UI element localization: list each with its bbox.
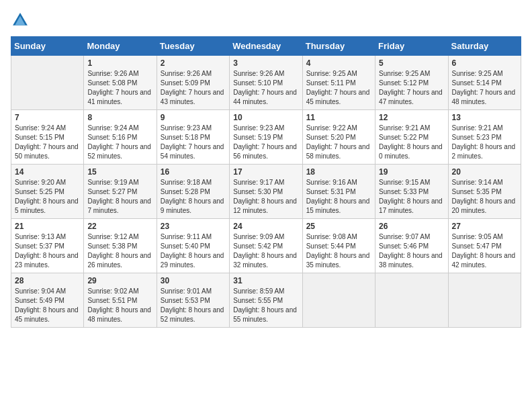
calendar-cell: 15 Sunrise: 9:19 AM Sunset: 5:27 PM Dayl… <box>84 165 157 219</box>
day-info: Sunrise: 9:19 AM Sunset: 5:27 PM Dayligh… <box>87 178 152 216</box>
day-number: 17 <box>233 167 298 177</box>
sunset-text: Sunset: 5:25 PM <box>15 188 64 195</box>
calendar-cell: 29 Sunrise: 9:02 AM Sunset: 5:51 PM Dayl… <box>84 273 157 328</box>
day-number: 3 <box>233 58 298 68</box>
sunset-text: Sunset: 5:47 PM <box>452 242 502 250</box>
day-info: Sunrise: 9:05 AM Sunset: 5:47 PM Dayligh… <box>452 232 517 270</box>
weekday-header-monday: Monday <box>84 37 157 56</box>
weekday-header-tuesday: Tuesday <box>157 37 229 56</box>
daylight-text: Daylight: 8 hours and 17 minutes. <box>379 197 443 214</box>
day-info: Sunrise: 9:20 AM Sunset: 5:25 PM Dayligh… <box>15 178 80 216</box>
day-number: 20 <box>452 167 517 177</box>
sunrise-text: Sunrise: 9:23 AM <box>233 124 284 132</box>
calendar-cell: 5 Sunrise: 9:25 AM Sunset: 5:12 PM Dayli… <box>375 56 448 110</box>
sunset-text: Sunset: 5:37 PM <box>15 242 64 250</box>
sunset-text: Sunset: 5:10 PM <box>233 79 283 87</box>
sunset-text: Sunset: 5:51 PM <box>87 297 137 304</box>
calendar-week-row: 1 Sunrise: 9:26 AM Sunset: 5:08 PM Dayli… <box>11 56 521 110</box>
day-number: 22 <box>87 222 152 231</box>
day-number: 4 <box>306 58 371 68</box>
day-info: Sunrise: 9:12 AM Sunset: 5:38 PM Dayligh… <box>87 232 152 270</box>
day-number: 19 <box>379 167 444 177</box>
day-info: Sunrise: 9:02 AM Sunset: 5:51 PM Dayligh… <box>87 287 152 324</box>
day-info: Sunrise: 9:25 AM Sunset: 5:14 PM Dayligh… <box>452 69 517 107</box>
sunset-text: Sunset: 5:16 PM <box>87 134 137 141</box>
sunrise-text: Sunrise: 9:01 AM <box>161 287 212 295</box>
calendar-cell: 21 Sunrise: 9:13 AM Sunset: 5:37 PM Dayl… <box>11 219 84 273</box>
day-info: Sunrise: 9:21 AM Sunset: 5:23 PM Dayligh… <box>452 124 517 161</box>
daylight-text: Daylight: 8 hours and 45 minutes. <box>15 306 79 323</box>
calendar-cell: 26 Sunrise: 9:07 AM Sunset: 5:46 PM Dayl… <box>375 219 448 273</box>
day-info: Sunrise: 9:24 AM Sunset: 5:16 PM Dayligh… <box>87 124 152 161</box>
day-number: 5 <box>379 58 444 68</box>
weekday-header-thursday: Thursday <box>302 37 375 56</box>
weekday-header-sunday: Sunday <box>11 37 84 56</box>
day-info: Sunrise: 9:11 AM Sunset: 5:40 PM Dayligh… <box>161 232 226 270</box>
daylight-text: Daylight: 8 hours and 7 minutes. <box>87 197 151 214</box>
day-info: Sunrise: 9:26 AM Sunset: 5:08 PM Dayligh… <box>87 69 152 107</box>
calendar-cell: 14 Sunrise: 9:20 AM Sunset: 5:25 PM Dayl… <box>11 165 84 219</box>
daylight-text: Daylight: 8 hours and 55 minutes. <box>233 306 297 323</box>
day-info: Sunrise: 9:07 AM Sunset: 5:46 PM Dayligh… <box>379 232 444 270</box>
calendar-cell: 10 Sunrise: 9:23 AM Sunset: 5:19 PM Dayl… <box>230 110 302 165</box>
daylight-text: Daylight: 7 hours and 44 minutes. <box>233 89 297 105</box>
daylight-text: Daylight: 7 hours and 47 minutes. <box>379 89 443 105</box>
day-number: 16 <box>161 167 226 177</box>
day-info: Sunrise: 9:25 AM Sunset: 5:12 PM Dayligh… <box>379 69 444 107</box>
calendar-cell: 25 Sunrise: 9:08 AM Sunset: 5:44 PM Dayl… <box>302 219 375 273</box>
day-number: 15 <box>87 167 152 177</box>
day-number: 23 <box>161 222 226 231</box>
sunrise-text: Sunrise: 9:21 AM <box>379 124 430 132</box>
sunrise-text: Sunrise: 9:13 AM <box>15 233 66 240</box>
calendar-cell: 8 Sunrise: 9:24 AM Sunset: 5:16 PM Dayli… <box>84 110 157 165</box>
sunset-text: Sunset: 5:19 PM <box>233 134 283 141</box>
sunset-text: Sunset: 5:15 PM <box>15 134 64 141</box>
day-info: Sunrise: 9:17 AM Sunset: 5:30 PM Dayligh… <box>233 178 298 216</box>
sunset-text: Sunset: 5:46 PM <box>379 242 429 250</box>
sunset-text: Sunset: 5:08 PM <box>87 79 137 87</box>
day-number: 21 <box>15 222 80 231</box>
daylight-text: Daylight: 8 hours and 23 minutes. <box>15 252 79 269</box>
sunrise-text: Sunrise: 9:25 AM <box>379 70 430 77</box>
weekday-header-saturday: Saturday <box>448 37 521 56</box>
sunset-text: Sunset: 5:18 PM <box>161 134 210 141</box>
calendar-cell <box>11 56 84 110</box>
day-number: 14 <box>15 167 80 177</box>
calendar-cell <box>302 273 375 328</box>
sunset-text: Sunset: 5:44 PM <box>306 242 356 250</box>
day-info: Sunrise: 9:04 AM Sunset: 5:49 PM Dayligh… <box>15 287 80 324</box>
day-info: Sunrise: 9:22 AM Sunset: 5:20 PM Dayligh… <box>306 124 371 161</box>
daylight-text: Daylight: 7 hours and 41 minutes. <box>87 89 151 105</box>
daylight-text: Daylight: 8 hours and 20 minutes. <box>452 197 516 214</box>
sunset-text: Sunset: 5:42 PM <box>233 242 283 250</box>
day-info: Sunrise: 9:26 AM Sunset: 5:10 PM Dayligh… <box>233 69 298 107</box>
calendar-week-row: 21 Sunrise: 9:13 AM Sunset: 5:37 PM Dayl… <box>11 219 521 273</box>
page-header <box>11 11 521 30</box>
day-info: Sunrise: 9:23 AM Sunset: 5:19 PM Dayligh… <box>233 124 298 161</box>
sunrise-text: Sunrise: 9:23 AM <box>161 124 212 132</box>
sunrise-text: Sunrise: 8:59 AM <box>233 287 284 295</box>
daylight-text: Daylight: 7 hours and 48 minutes. <box>452 89 516 105</box>
day-number: 27 <box>452 222 517 231</box>
sunrise-text: Sunrise: 9:24 AM <box>15 124 66 132</box>
daylight-text: Daylight: 8 hours and 9 minutes. <box>161 197 224 214</box>
sunrise-text: Sunrise: 9:14 AM <box>452 179 503 186</box>
day-info: Sunrise: 9:18 AM Sunset: 5:28 PM Dayligh… <box>161 178 226 216</box>
weekday-header-friday: Friday <box>375 37 448 56</box>
daylight-text: Daylight: 8 hours and 32 minutes. <box>233 252 297 269</box>
day-info: Sunrise: 9:23 AM Sunset: 5:18 PM Dayligh… <box>161 124 226 161</box>
day-info: Sunrise: 9:21 AM Sunset: 5:22 PM Dayligh… <box>379 124 444 161</box>
calendar-cell <box>448 273 521 328</box>
sunrise-text: Sunrise: 9:26 AM <box>233 70 284 77</box>
sunrise-text: Sunrise: 9:25 AM <box>452 70 503 77</box>
day-number: 28 <box>15 276 80 285</box>
sunset-text: Sunset: 5:55 PM <box>233 297 283 304</box>
sunset-text: Sunset: 5:09 PM <box>161 79 210 87</box>
daylight-text: Daylight: 8 hours and 2 minutes. <box>452 143 516 160</box>
sunset-text: Sunset: 5:49 PM <box>15 297 64 304</box>
calendar-cell: 19 Sunrise: 9:15 AM Sunset: 5:33 PM Dayl… <box>375 165 448 219</box>
calendar-cell <box>375 273 448 328</box>
day-info: Sunrise: 8:59 AM Sunset: 5:55 PM Dayligh… <box>233 287 298 324</box>
logo <box>11 11 32 30</box>
daylight-text: Daylight: 8 hours and 48 minutes. <box>87 306 151 323</box>
